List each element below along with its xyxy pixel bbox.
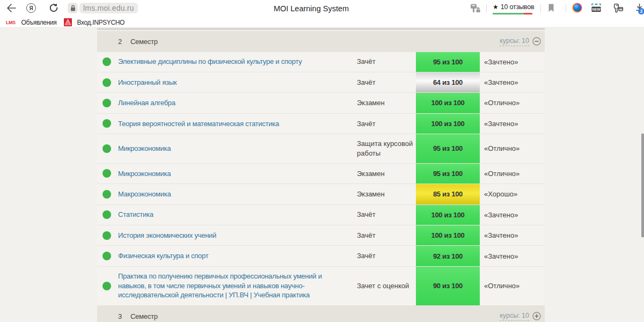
page-content: 2 Семестр курсы: 10 Элективные дисциплин… [0, 28, 644, 322]
grade-label: «Отлично» [480, 170, 545, 178]
course-row: Практика по получению первичных професси… [97, 267, 545, 306]
course-link[interactable]: Практика по получению первичных професси… [118, 272, 357, 300]
exam-type: Зачёт [357, 119, 416, 129]
semester-title: Семестр [130, 312, 158, 320]
grade-label: «Зачтено» [480, 58, 545, 66]
lms-favicon: LMS [6, 20, 16, 25]
bookmark-item-announcements[interactable]: LMS Объявления [6, 19, 56, 26]
course-status-icon [103, 190, 111, 199]
bookmark-flag-icon [548, 4, 554, 12]
score-badge: 90 из 100 [416, 267, 480, 305]
course-row: Микроэкономика Экзамен 95 из 100 «Отличн… [97, 164, 545, 184]
svg-text:NEW: NEW [592, 8, 601, 11]
semester-2-header: 2 Семестр курсы: 10 [97, 31, 545, 52]
grade-label: «Отлично» [480, 99, 545, 107]
grade-label: «Зачтено» [480, 120, 545, 128]
semester-3-header: 3 Семестр курсы: 10 [97, 306, 545, 322]
toolbar-divider [486, 4, 487, 12]
scrollbar-thumb[interactable] [641, 134, 644, 237]
course-status-icon [103, 282, 111, 290]
course-link[interactable]: История экономических учений [118, 231, 357, 240]
course-link[interactable]: Микроэкономика [118, 144, 357, 153]
passwords-manager-button[interactable] [470, 3, 481, 16]
bookmark-label: Вход.INPSYCHO [77, 19, 125, 26]
course-link[interactable]: Теория вероятностей и математическая ста… [118, 119, 357, 129]
course-status-icon [103, 169, 111, 178]
collapse-section-icon[interactable] [532, 37, 541, 46]
site-rating-button[interactable]: ★ 10 отзывов [493, 3, 535, 14]
download-count-badge: 2 [638, 8, 644, 14]
key-card-icon [613, 3, 624, 13]
exam-type: Экзамен [357, 169, 416, 179]
course-row: История экономических учений Зачёт 100 и… [97, 225, 545, 246]
bookmark-item-inpsycho[interactable]: Вход.INPSYCHO [64, 18, 125, 26]
previous-section-edge [97, 28, 545, 30]
course-status-icon [103, 119, 111, 128]
semester-number: 2 [118, 38, 122, 46]
downloads-button[interactable]: 2 [635, 3, 644, 15]
new-extension-button[interactable]: NEW [591, 3, 602, 15]
course-row: Линейная алгебра Экзамен 100 из 100 «Отл… [97, 93, 545, 113]
star-icon: ★ [493, 3, 499, 11]
exam-type: Экзамен [357, 98, 416, 108]
course-link[interactable]: Линейная алгебра [118, 98, 357, 108]
inpsycho-favicon [64, 18, 72, 26]
bookmarks-bar: LMS Объявления Вход.INPSYCHO [0, 16, 644, 28]
bookmark-page-button[interactable] [548, 4, 554, 14]
reviews-count-label: 10 отзывов [501, 3, 535, 11]
exam-type: Экзамен [357, 189, 416, 199]
score-badge: 100 из 100 [416, 205, 480, 225]
course-link[interactable]: Физическая культура и спорт [118, 251, 357, 261]
exam-type: Зачёт [357, 210, 416, 219]
bookmark-label: Объявления [21, 19, 57, 26]
course-row: Элективные дисциплины по физической куль… [97, 52, 545, 72]
course-row: Статистика Зачёт 100 из 100 «Зачтено» [97, 205, 545, 225]
grade-label: «Зачтено» [480, 78, 545, 86]
course-link[interactable]: Элективные дисциплины по физической куль… [118, 57, 357, 67]
rating-bar [493, 13, 532, 14]
score-badge: 100 из 100 [416, 225, 480, 245]
course-status-icon [103, 78, 111, 87]
semester-title: Семестр [130, 38, 158, 46]
course-link[interactable]: Статистика [118, 210, 357, 219]
course-status-icon [103, 57, 111, 66]
course-row: Микроэкономика Защита курсовой работы 95… [97, 134, 545, 164]
exam-type: Зачёт [357, 57, 416, 67]
course-link[interactable]: Макроэкономика [118, 189, 357, 199]
grade-label: «Хорошо» [480, 190, 545, 198]
exam-type: Зачёт [357, 78, 416, 87]
course-row: Физическая культура и спорт Зачёт 92 из … [97, 246, 545, 266]
course-status-icon [103, 144, 111, 153]
rating-bar-negative [524, 13, 532, 14]
browser-toolbar: Я lms.moi.edu.ru MOI Learning System [0, 0, 644, 16]
sphere-logo-icon [572, 3, 582, 13]
score-badge: 95 из 100 [416, 134, 480, 163]
grade-label: «Зачтено» [480, 211, 545, 219]
exam-type: Защита курсовой работы [357, 139, 416, 158]
exam-type: Зачёт [357, 231, 416, 240]
course-link[interactable]: Микроэкономика [118, 169, 357, 179]
course-link[interactable]: Иностранный язык [118, 78, 357, 87]
score-badge: 92 из 100 [416, 246, 480, 266]
course-row: Теория вероятностей и математическая ста… [97, 114, 545, 134]
expand-section-icon[interactable] [532, 312, 541, 320]
course-row: Иностранный язык Зачёт 64 из 100 «Зачтен… [97, 72, 545, 93]
course-status-icon [103, 210, 111, 219]
toolbar-divider [540, 4, 541, 12]
new-badge-icon: NEW [591, 3, 602, 13]
semester-number: 3 [118, 312, 122, 320]
grade-label: «Зачтено» [480, 231, 545, 239]
wallet-keys-button[interactable] [613, 3, 624, 16]
score-badge: 100 из 100 [416, 114, 480, 134]
grades-table: 2 Семестр курсы: 10 Элективные дисциплин… [97, 28, 545, 322]
course-status-icon [103, 231, 111, 240]
browser-chrome: Я lms.moi.edu.ru MOI Learning System [0, 0, 644, 28]
extension-logo-icon[interactable] [572, 3, 582, 15]
toolbar-divider [566, 4, 566, 12]
score-badge: 100 из 100 [416, 93, 480, 113]
courses-count-link[interactable]: курсы: 10 [500, 312, 529, 321]
score-badge: 85 из 100 [416, 184, 480, 204]
exam-type: Зачет с оценкой [357, 281, 416, 291]
courses-count-link[interactable]: курсы: 10 [500, 37, 529, 46]
key-document-icon [470, 3, 481, 13]
